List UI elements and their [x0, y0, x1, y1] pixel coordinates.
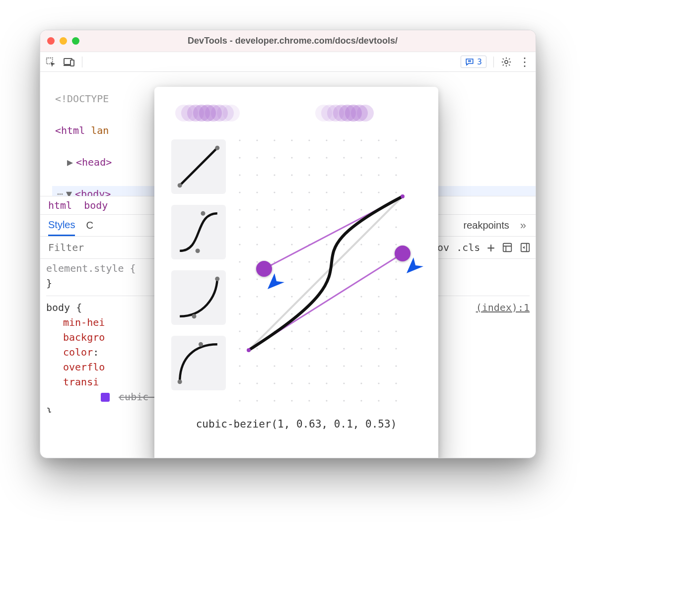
- source-link[interactable]: (index):1: [476, 300, 530, 315]
- pointer-icon: [405, 255, 424, 275]
- titlebar: DevTools - developer.chrome.com/docs/dev…: [40, 30, 536, 52]
- svg-line-6: [180, 148, 217, 185]
- computed-toggle-icon[interactable]: [502, 242, 513, 253]
- svg-point-11: [192, 314, 197, 318]
- issues-counter[interactable]: 3: [461, 56, 486, 68]
- pointer-icon: [266, 271, 285, 291]
- window-title: DevTools - developer.chrome.com/docs/dev…: [57, 36, 529, 46]
- device-toolbar-icon[interactable]: [63, 57, 75, 67]
- svg-rect-4: [503, 244, 512, 252]
- bezier-formula: cubic-bezier(1, 0.63, 0.1, 0.53): [171, 418, 421, 430]
- tabs-more-icon[interactable]: »: [520, 219, 528, 232]
- dom-node[interactable]: <head>: [76, 156, 112, 168]
- easing-preview: [171, 102, 421, 126]
- close-window-button[interactable]: [47, 37, 55, 45]
- svg-point-10: [201, 211, 206, 216]
- svg-point-13: [178, 379, 182, 384]
- bezier-editor-popover: cubic-bezier(1, 0.63, 0.1, 0.53): [154, 87, 438, 458]
- css-prop[interactable]: min-hei: [63, 316, 105, 328]
- svg-point-8: [215, 146, 219, 150]
- rule-selector[interactable]: body: [46, 302, 70, 313]
- crumb-body[interactable]: body: [84, 199, 108, 211]
- inspect-icon[interactable]: [45, 57, 56, 67]
- bezier-presets: [171, 139, 226, 407]
- preset-ease-out[interactable]: [171, 336, 226, 390]
- preset-ease-in[interactable]: [171, 270, 226, 325]
- preset-linear[interactable]: [171, 139, 226, 194]
- bezier-swatch-icon[interactable]: [101, 393, 110, 402]
- css-prop[interactable]: overflo: [63, 361, 105, 373]
- svg-point-14: [199, 342, 203, 347]
- svg-rect-5: [521, 244, 530, 252]
- cls-button[interactable]: .cls: [456, 242, 480, 253]
- crumb-html[interactable]: html: [48, 199, 72, 211]
- tab-breakpoints[interactable]: reakpoints: [463, 216, 509, 235]
- main-toolbar: 3 ⋮: [40, 52, 536, 72]
- tab-styles[interactable]: Styles: [48, 215, 75, 236]
- toolbar-divider: [493, 57, 494, 67]
- collapse-icon[interactable]: ▼: [66, 186, 75, 196]
- svg-point-7: [178, 183, 182, 187]
- devtools-window: DevTools - developer.chrome.com/docs/dev…: [40, 30, 536, 458]
- dom-node[interactable]: <!DOCTYPE: [55, 93, 109, 105]
- new-rule-icon[interactable]: +: [487, 240, 495, 255]
- bezier-canvas[interactable]: [239, 139, 412, 407]
- svg-point-12: [215, 277, 219, 281]
- message-icon: [465, 58, 474, 66]
- gear-icon[interactable]: [501, 57, 512, 67]
- svg-point-3: [505, 60, 508, 63]
- preset-ease-in-out[interactable]: [171, 205, 226, 259]
- svg-rect-2: [70, 60, 74, 66]
- svg-point-20: [247, 348, 251, 352]
- kebab-icon[interactable]: ⋮: [519, 55, 531, 69]
- dom-node[interactable]: <body>: [75, 188, 111, 196]
- dom-node[interactable]: <html: [55, 124, 85, 136]
- expand-icon[interactable]: ▶: [67, 154, 76, 170]
- element-style-selector[interactable]: element.style: [46, 262, 124, 274]
- css-prop[interactable]: backgro: [63, 331, 105, 343]
- selection-marker: ⋯: [57, 188, 66, 196]
- sidebar-toggle-icon[interactable]: [520, 242, 531, 253]
- css-prop[interactable]: color: [63, 346, 93, 358]
- css-prop[interactable]: transi: [63, 376, 99, 388]
- toolbar-divider: [82, 57, 82, 67]
- svg-point-9: [196, 248, 200, 253]
- issues-count: 3: [477, 57, 482, 66]
- tab-computed[interactable]: C: [86, 216, 93, 235]
- svg-point-21: [401, 194, 405, 198]
